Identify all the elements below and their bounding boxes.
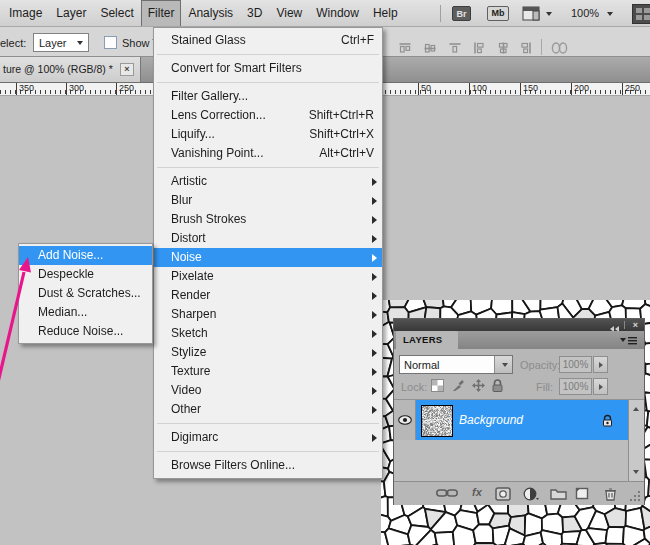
lock-label: Lock: xyxy=(401,381,427,393)
filter-menu-item-browse-filters-online[interactable]: Browse Filters Online... xyxy=(154,456,382,475)
submenu-arrow-icon xyxy=(372,254,377,262)
layer-name[interactable]: Background xyxy=(459,413,523,427)
menu-item-label: Texture xyxy=(171,362,210,381)
eye-icon[interactable] xyxy=(398,415,412,425)
menu-item-label: Sharpen xyxy=(171,305,216,324)
cropped-toolbar-icon[interactable] xyxy=(632,4,650,24)
panel-titlebar-separator xyxy=(624,321,625,329)
submenu-arrow-icon xyxy=(372,235,377,243)
visibility-cell[interactable] xyxy=(394,400,416,440)
new-group-icon[interactable] xyxy=(550,487,567,500)
filter-menu-item-blur[interactable]: Blur xyxy=(154,191,382,210)
menu-view[interactable]: View xyxy=(269,0,309,26)
scroll-down-arrow[interactable] xyxy=(633,470,639,474)
menu-select[interactable]: Select xyxy=(93,0,140,26)
layer-thumbnail[interactable] xyxy=(421,405,453,437)
filter-menu-item-stylize[interactable]: Stylize xyxy=(154,343,382,362)
menu-item-shortcut: Shift+Ctrl+R xyxy=(309,106,374,125)
link-layers-icon[interactable] xyxy=(436,487,458,499)
filter-menu-item-liquify[interactable]: Liquify...Shift+Ctrl+X xyxy=(154,125,382,144)
fill-value[interactable]: 100% xyxy=(559,378,592,395)
menu-layer[interactable]: Layer xyxy=(49,0,93,26)
menu-item-label: Browse Filters Online... xyxy=(171,456,295,475)
lock-pixels-icon[interactable] xyxy=(451,378,466,393)
noise-menu-item-despeckle[interactable]: Despeckle xyxy=(19,265,152,284)
filter-menu-item-video[interactable]: Video xyxy=(154,381,382,400)
filter-menu-item-distort[interactable]: Distort xyxy=(154,229,382,248)
fill-slider-button[interactable] xyxy=(593,378,608,395)
filter-menu-item-other[interactable]: Other xyxy=(154,400,382,419)
noise-menu-item-dust-scratches[interactable]: Dust & Scratches... xyxy=(19,284,152,303)
zoom-level[interactable]: 100% xyxy=(571,7,599,19)
filter-menu-item-sketch[interactable]: Sketch xyxy=(154,324,382,343)
filter-menu-item-vanishing-point[interactable]: Vanishing Point...Alt+Ctrl+V xyxy=(154,144,382,163)
menu-help[interactable]: Help xyxy=(366,0,405,26)
menu-window[interactable]: Window xyxy=(309,0,366,26)
layer-row-background[interactable]: Background xyxy=(394,400,628,440)
scroll-up-arrow[interactable] xyxy=(633,407,639,411)
distribute-hcenter-icon[interactable] xyxy=(496,41,510,55)
workspace-layout-icon[interactable] xyxy=(522,6,540,21)
menu-item-label: Stained Glass xyxy=(171,31,246,50)
select-mode-dropdown[interactable]: Layer xyxy=(33,33,89,52)
ruler-label-250: 250 xyxy=(622,83,640,95)
close-panel-icon[interactable]: × xyxy=(633,319,638,331)
distribute-bottom-icon[interactable] xyxy=(448,41,462,55)
noise-menu-item-add-noise[interactable]: Add Noise... xyxy=(19,246,152,265)
layers-tab[interactable]: LAYERS xyxy=(396,331,458,349)
distribute-vcenter-icon[interactable] xyxy=(423,41,437,55)
filter-menu-item-filter-gallery[interactable]: Filter Gallery... xyxy=(154,87,382,106)
filter-menu-item-digimarc[interactable]: Digimarc xyxy=(154,428,382,447)
filter-menu-item-lens-correction[interactable]: Lens Correction...Shift+Ctrl+R xyxy=(154,106,382,125)
menu-item-label: Dust & Scratches... xyxy=(38,284,141,303)
layer-list-scrollbar[interactable] xyxy=(628,400,644,481)
noise-menu-item-median[interactable]: Median... xyxy=(19,303,152,322)
filter-menu-item-texture[interactable]: Texture xyxy=(154,362,382,381)
bridge-button[interactable]: Br xyxy=(452,6,471,21)
filter-menu-item-pixelate[interactable]: Pixelate xyxy=(154,267,382,286)
delete-layer-icon[interactable] xyxy=(604,487,617,501)
menu-item-label: Reduce Noise... xyxy=(38,322,123,341)
show-transform-checkbox[interactable] xyxy=(104,36,117,49)
menu-analysis[interactable]: Analysis xyxy=(181,0,240,26)
opacity-slider-button[interactable] xyxy=(593,356,608,373)
tab-close-button[interactable]: × xyxy=(120,63,134,76)
noise-menu-item-reduce-noise[interactable]: Reduce Noise... xyxy=(19,322,152,341)
distribute-right-icon[interactable] xyxy=(519,41,533,55)
panel-menu-icon[interactable] xyxy=(620,337,637,345)
workspace-dropdown-arrow[interactable] xyxy=(546,12,552,16)
distribute-left-icon[interactable] xyxy=(472,41,486,55)
filter-menu-item-convert-for-smart-filters[interactable]: Convert for Smart Filters xyxy=(154,59,382,78)
submenu-arrow-icon xyxy=(372,273,377,281)
filter-menu-item-brush-strokes[interactable]: Brush Strokes xyxy=(154,210,382,229)
filter-menu-item-artistic[interactable]: Artistic xyxy=(154,172,382,191)
filter-menu-item-render[interactable]: Render xyxy=(154,286,382,305)
panel-titlebar: × xyxy=(394,319,644,331)
menu-image[interactable]: Image xyxy=(2,0,49,26)
lock-all-icon[interactable] xyxy=(490,378,505,393)
filter-menu-item-sharpen[interactable]: Sharpen xyxy=(154,305,382,324)
layer-mask-icon[interactable] xyxy=(495,487,511,501)
lock-transparency-icon[interactable] xyxy=(430,378,445,393)
menu-3d[interactable]: 3D xyxy=(240,0,269,26)
zoom-dropdown-arrow[interactable] xyxy=(607,12,613,16)
menu-bar-items: ImageLayerSelectFilterAnalysis3DViewWind… xyxy=(0,0,650,26)
menu-item-label: Median... xyxy=(38,303,87,322)
resize-grip[interactable] xyxy=(630,491,641,502)
blend-mode-dropdown[interactable]: Normal xyxy=(399,355,513,374)
adjustment-layer-icon[interactable] xyxy=(523,487,540,501)
opacity-value[interactable]: 100% xyxy=(559,356,592,373)
new-layer-icon[interactable] xyxy=(575,487,590,500)
lock-position-icon[interactable] xyxy=(471,378,486,393)
distribute-top-icon[interactable] xyxy=(398,41,412,55)
layer-list: Background xyxy=(394,400,644,481)
filter-menu-item-noise[interactable]: Noise xyxy=(154,248,382,267)
layer-style-icon[interactable]: fx xyxy=(472,486,482,498)
auto-align-icon[interactable] xyxy=(550,41,570,55)
menu-filter[interactable]: Filter xyxy=(141,0,182,26)
document-tab[interactable]: ture @ 100% (RGB/8) * × xyxy=(0,57,141,82)
filter-menu-item-stained-glass[interactable]: Stained GlassCtrl+F xyxy=(154,31,382,50)
mobile-button[interactable]: Mb xyxy=(487,6,509,21)
panel-bottom-bar: fx xyxy=(394,481,644,505)
photoshop-window: ImageLayerSelectFilterAnalysis3DViewWind… xyxy=(0,0,650,545)
